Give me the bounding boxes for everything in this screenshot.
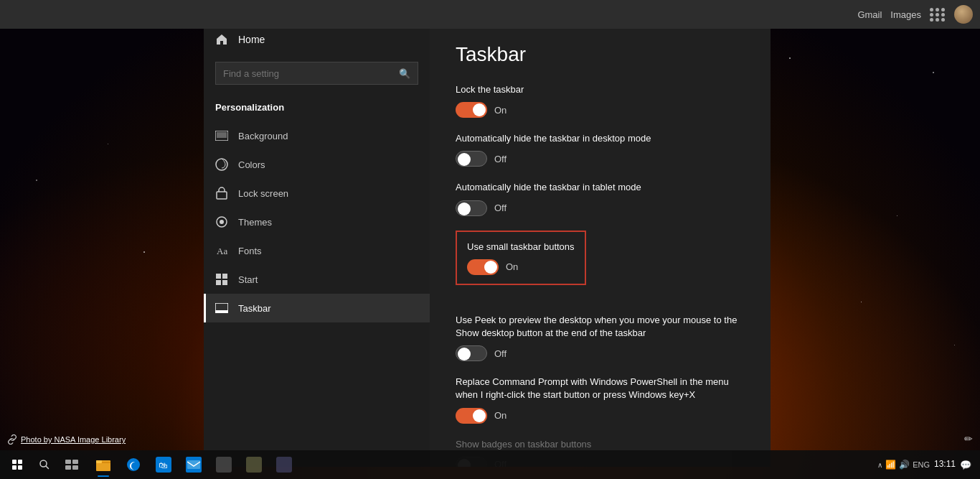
taskbar: 🛍 ∧ 📶 🔊 ENG 13:11 bbox=[0, 450, 980, 479]
task-view-button[interactable] bbox=[57, 450, 86, 479]
svg-point-2 bbox=[216, 159, 227, 170]
svg-text:Aa: Aa bbox=[217, 246, 227, 256]
setting-peek: Use Peek to preview the desktop when you… bbox=[456, 314, 745, 361]
small-buttons-label: Use small taskbar buttons bbox=[467, 241, 575, 254]
lang-indicator[interactable]: ENG bbox=[913, 460, 930, 469]
small-buttons-toggle[interactable] bbox=[467, 259, 499, 275]
mail-icon bbox=[186, 457, 202, 473]
home-label: Home bbox=[238, 34, 265, 45]
setting-powershell: Replace Command Prompt with Windows Powe… bbox=[456, 376, 745, 423]
window-body: Home 🔍 Personalization Background bbox=[204, 23, 771, 467]
lock-taskbar-toggle[interactable] bbox=[456, 102, 487, 118]
sidebar-item-taskbar[interactable]: Taskbar bbox=[204, 294, 430, 322]
setting-lock-taskbar: Lock the taskbar On bbox=[456, 83, 745, 118]
svg-point-5 bbox=[220, 220, 224, 224]
auto-hide-desktop-value: Off bbox=[494, 154, 507, 164]
sidebar-item-lock-screen[interactable]: Lock screen bbox=[204, 179, 430, 208]
powershell-label: Replace Command Prompt with Windows Powe… bbox=[456, 376, 745, 401]
browser-bar: Gmail Images bbox=[0, 0, 980, 29]
svg-rect-10 bbox=[222, 280, 227, 285]
auto-hide-tablet-label: Automatically hide the taskbar in tablet… bbox=[456, 181, 745, 194]
lock-taskbar-value: On bbox=[494, 105, 507, 116]
sidebar-item-start[interactable]: Start bbox=[204, 265, 430, 294]
task-view-icon bbox=[65, 460, 78, 470]
main-content: Taskbar Lock the taskbar On Automaticall… bbox=[430, 23, 771, 467]
setting-auto-hide-desktop: Automatically hide the taskbar in deskto… bbox=[456, 132, 745, 167]
powershell-toggle-row: On bbox=[456, 408, 745, 424]
small-buttons-highlight: Use small taskbar buttons On bbox=[456, 231, 586, 285]
search-input[interactable] bbox=[223, 68, 399, 79]
sidebar-item-themes[interactable]: Themes bbox=[204, 208, 430, 236]
svg-rect-12 bbox=[215, 310, 228, 313]
wifi-icon[interactable]: 📶 bbox=[885, 460, 896, 470]
sidebar-item-colors-label: Colors bbox=[238, 159, 265, 170]
svg-rect-1 bbox=[217, 132, 227, 138]
photo-credit-link[interactable]: Photo by NASA Image Library bbox=[21, 435, 126, 444]
google-apps-icon[interactable] bbox=[930, 8, 946, 22]
search-box[interactable]: 🔍 bbox=[215, 62, 418, 85]
toggle-knob bbox=[458, 348, 471, 361]
svg-rect-8 bbox=[222, 274, 227, 279]
toggle-knob bbox=[484, 261, 497, 274]
taskbar-app-3[interactable] bbox=[270, 450, 298, 479]
auto-hide-tablet-value: Off bbox=[494, 203, 507, 213]
start-menu-icon bbox=[215, 273, 228, 286]
sidebar-item-colors[interactable]: Colors bbox=[204, 150, 430, 179]
images-link[interactable]: Images bbox=[890, 9, 921, 20]
auto-hide-desktop-toggle[interactable] bbox=[456, 151, 487, 167]
toggle-knob bbox=[473, 103, 486, 116]
powershell-toggle[interactable] bbox=[456, 408, 487, 424]
colors-icon bbox=[215, 158, 228, 171]
taskbar-search-icon bbox=[39, 459, 50, 470]
auto-hide-desktop-toggle-row: Off bbox=[456, 151, 745, 167]
taskbar-app-1[interactable] bbox=[209, 450, 238, 479]
taskbar-icon bbox=[215, 302, 228, 315]
system-tray-icons: ∧ 📶 🔊 ENG bbox=[877, 460, 930, 470]
home-icon bbox=[215, 33, 228, 46]
taskbar-app-2[interactable] bbox=[240, 450, 268, 479]
taskbar-clock[interactable]: 13:11 bbox=[934, 459, 956, 470]
svg-rect-19 bbox=[96, 460, 102, 463]
link-icon bbox=[7, 434, 17, 445]
taskbar-app-store[interactable]: 🛍 bbox=[149, 450, 178, 479]
volume-icon[interactable]: 🔊 bbox=[899, 460, 910, 470]
background-icon bbox=[215, 129, 228, 142]
user-avatar[interactable] bbox=[954, 5, 973, 24]
badges-label: Show badges on taskbar buttons bbox=[456, 438, 745, 451]
clock-time: 13:11 bbox=[934, 459, 956, 470]
svg-rect-17 bbox=[72, 465, 78, 470]
svg-rect-24 bbox=[187, 460, 200, 469]
svg-rect-15 bbox=[72, 460, 78, 464]
sidebar-item-fonts[interactable]: Aa Fonts bbox=[204, 236, 430, 265]
taskbar-app-mail[interactable] bbox=[179, 450, 208, 479]
taskbar-search-button[interactable] bbox=[32, 450, 57, 479]
sidebar: Home 🔍 Personalization Background bbox=[204, 23, 430, 467]
small-buttons-toggle-row: On bbox=[467, 259, 575, 275]
taskbar-right: ∧ 📶 🔊 ENG 13:11 💬 bbox=[877, 459, 977, 470]
fonts-icon: Aa bbox=[215, 244, 228, 257]
taskbar-app-edge[interactable] bbox=[119, 450, 148, 479]
start-button[interactable] bbox=[3, 450, 32, 479]
svg-rect-3 bbox=[217, 192, 227, 199]
peek-label: Use Peek to preview the desktop when you… bbox=[456, 314, 745, 340]
sidebar-item-background[interactable]: Background bbox=[204, 121, 430, 150]
svg-rect-16 bbox=[65, 465, 71, 470]
file-explorer-icon bbox=[95, 457, 111, 473]
auto-hide-desktop-label: Automatically hide the taskbar in deskto… bbox=[456, 132, 745, 145]
edge-icon bbox=[126, 457, 141, 473]
page-title: Taskbar bbox=[456, 43, 745, 66]
notification-icon[interactable]: 💬 bbox=[960, 460, 971, 470]
chevron-up-icon[interactable]: ∧ bbox=[877, 461, 882, 469]
desktop-edit-icon[interactable]: ✏ bbox=[964, 433, 973, 445]
auto-hide-tablet-toggle[interactable] bbox=[456, 200, 487, 216]
gmail-link[interactable]: Gmail bbox=[857, 9, 882, 20]
sidebar-item-background-label: Background bbox=[238, 131, 288, 141]
photo-credit[interactable]: Photo by NASA Image Library bbox=[7, 434, 126, 445]
svg-point-20 bbox=[127, 458, 140, 471]
svg-text:🛍: 🛍 bbox=[159, 460, 167, 470]
sidebar-item-themes-label: Themes bbox=[238, 217, 272, 228]
lock-taskbar-label: Lock the taskbar bbox=[456, 83, 745, 96]
peek-toggle[interactable] bbox=[456, 345, 487, 361]
taskbar-apps: 🛍 bbox=[89, 450, 298, 479]
taskbar-app-explorer[interactable] bbox=[89, 450, 118, 479]
